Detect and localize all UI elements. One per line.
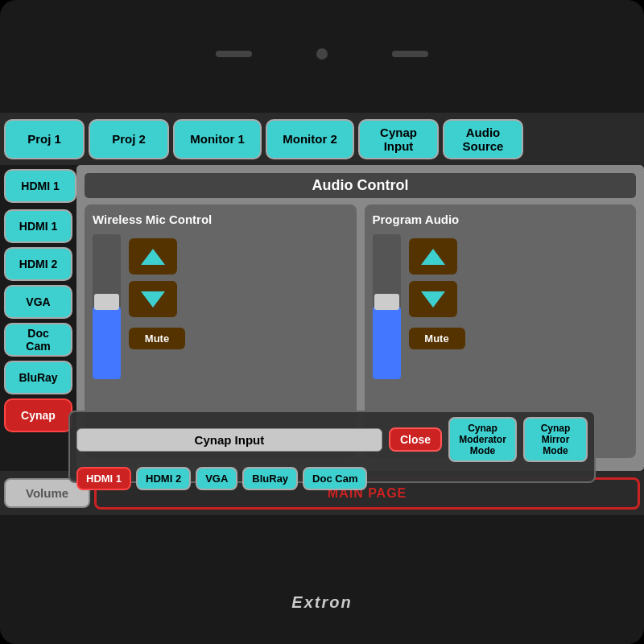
top-nav-bar: Proj 1 Proj 2 Monitor 1 Monitor 2 Cynap … [0,113,644,165]
program-audio-up-button[interactable] [409,238,457,275]
wireless-mic-slider[interactable] [93,234,121,379]
cynap-mirror-mode-button[interactable]: Cynap Mirror Mode [523,417,588,462]
cynap-moderator-mode-button[interactable]: Cynap Moderator Mode [448,417,517,462]
cynap-input-label: Cynap Input [76,428,382,452]
cynap-sidebar-button[interactable]: Cynap [4,398,72,432]
audio-control-title: Audio Control [85,173,636,198]
program-audio-title: Program Audio [373,213,629,226]
wireless-mic-fill [93,307,121,379]
cynap-hdmi2-source-button[interactable]: HDMI 2 [136,467,191,490]
proj2-button[interactable]: Proj 2 [89,119,169,159]
monitor2-button[interactable]: Monitor 2 [266,119,354,159]
wireless-mic-title: Wireless Mic Control [93,213,349,226]
audio-source-button[interactable]: Audio Source [443,119,523,159]
cynap-input-overlay: Cynap Input Close Cynap Moderator Mode C… [68,411,596,483]
wireless-mic-thumb[interactable] [94,294,119,310]
doc-cam-sidebar-button[interactable]: Doc Cam [4,323,72,357]
up-arrow-icon-2 [421,249,445,265]
up-arrow-icon [141,249,165,265]
proj1-button[interactable]: Proj 1 [4,119,85,159]
monitor1-button[interactable]: Monitor 1 [173,119,262,159]
vga-sidebar-button[interactable]: VGA [4,285,72,319]
speaker-left [216,51,252,57]
close-button[interactable]: Close [389,427,442,452]
cynap-input-button[interactable]: Cynap Input [358,119,439,159]
wireless-mic-down-button[interactable] [129,281,177,317]
device-top-hardware [216,48,428,60]
cynap-doc-cam-source-button[interactable]: Doc Cam [303,467,367,490]
cynap-bluray-source-button[interactable]: BluRay [242,467,298,490]
hdmi2-sidebar-button[interactable]: HDMI 2 [4,247,72,281]
cynap-vga-source-button[interactable]: VGA [196,467,237,490]
cynap-input-top-row: Cynap Input Close Cynap Moderator Mode C… [76,417,588,462]
down-arrow-icon [141,291,165,308]
cynap-hdmi1-source-button[interactable]: HDMI 1 [76,467,131,490]
program-audio-thumb[interactable] [374,294,399,310]
extron-brand-label: Extron [291,593,352,612]
device-frame: Proj 1 Proj 2 Monitor 1 Monitor 2 Cynap … [0,0,644,644]
down-arrow-icon-2 [421,291,445,308]
program-audio-down-button[interactable] [409,281,457,317]
camera [316,48,328,60]
bluray-sidebar-button[interactable]: BluRay [4,361,72,394]
hdmi1-top-button[interactable]: HDMI 1 [4,169,76,203]
left-sidebar: HDMI 1 HDMI 2 VGA Doc Cam BluRay Cynap [0,205,76,436]
program-audio-slider[interactable] [373,234,401,379]
wireless-mic-up-button[interactable] [129,238,177,275]
speaker-right [392,51,428,57]
hdmi1-sidebar-button[interactable]: HDMI 1 [4,209,72,243]
program-audio-mute-button[interactable]: Mute [409,328,465,349]
wireless-mic-mute-button[interactable]: Mute [129,328,185,349]
program-audio-fill [373,307,401,379]
cynap-input-source-row: HDMI 1 HDMI 2 VGA BluRay Doc Cam [76,467,588,490]
